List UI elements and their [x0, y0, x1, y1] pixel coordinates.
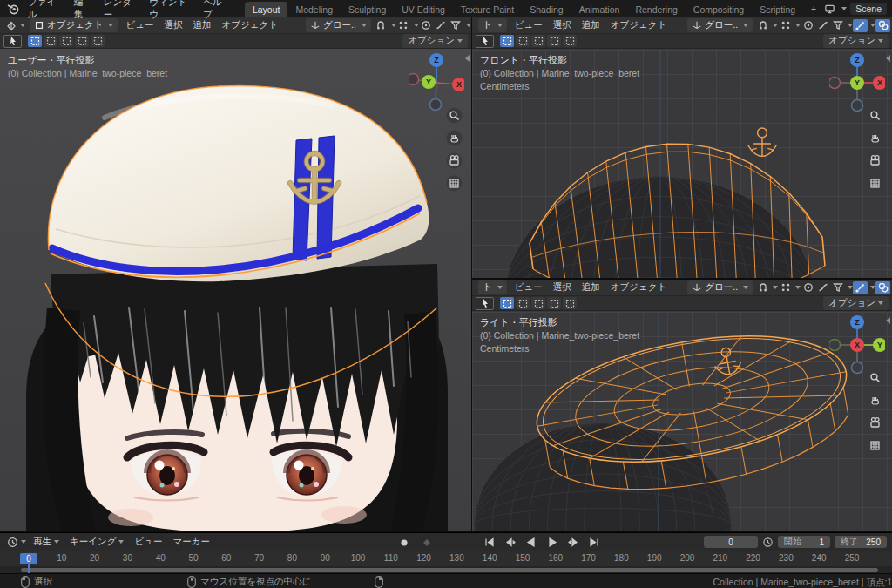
- proportional-edit-icon[interactable]: [801, 281, 815, 294]
- workspace-tab[interactable]: Modeling: [287, 2, 341, 17]
- grid-ortho-icon[interactable]: [867, 175, 883, 192]
- timeline-menu-item[interactable]: 再生: [28, 535, 64, 549]
- gizmo-dots-icon[interactable]: [396, 19, 411, 32]
- show-gizmo-icon[interactable]: [853, 281, 868, 294]
- select-subtract-button[interactable]: [531, 297, 545, 309]
- transform-orientation-dropdown[interactable]: グロー..: [687, 280, 753, 294]
- transform-orientation-dropdown[interactable]: グロー..: [306, 18, 371, 32]
- topbar-menu-item[interactable]: ファイル: [21, 0, 67, 23]
- keying-set-button[interactable]: [416, 536, 437, 549]
- camera-view-icon[interactable]: [446, 152, 463, 169]
- timeline-menu-item[interactable]: ビュー: [129, 535, 167, 549]
- pan-hand-icon[interactable]: [867, 392, 883, 409]
- pan-hand-icon[interactable]: [446, 130, 463, 146]
- select-extend-button[interactable]: [516, 35, 530, 47]
- viewport-3d-content[interactable]: ライト・平行投影 (0) Collection | Marine_two-pie…: [472, 312, 892, 531]
- active-tool-button[interactable]: [476, 297, 494, 310]
- select-invert-button[interactable]: [547, 35, 561, 47]
- viewport-3d-content[interactable]: フロント・平行投影 (0) Collection | Marine_two-pi…: [472, 50, 892, 278]
- show-overlays-icon[interactable]: [875, 19, 890, 32]
- mode-selector-truncated[interactable]: ト: [478, 18, 507, 32]
- camera-view-icon[interactable]: [867, 415, 883, 431]
- timeline-editor-type-button[interactable]: [5, 537, 28, 548]
- gizmo-dots-icon[interactable]: [778, 281, 793, 294]
- jump-to-end-button[interactable]: [584, 536, 605, 549]
- menu-add[interactable]: 追加: [577, 18, 605, 32]
- falloff-curve-icon[interactable]: [815, 19, 830, 32]
- viewport-right[interactable]: ト ビュー 選択 追加 オブジェクト グロー.. オプショ: [472, 280, 892, 531]
- timeline-editor[interactable]: 再生キーイングビューマーカー 0 開始 1: [0, 532, 892, 573]
- timeline-menu-item[interactable]: キーイング: [64, 535, 129, 549]
- menu-object[interactable]: オブジェクト: [605, 280, 672, 294]
- navigation-gizmo[interactable]: ZXY: [829, 53, 885, 112]
- proportional-edit-icon[interactable]: [801, 19, 815, 32]
- select-invert-button[interactable]: [75, 35, 89, 47]
- viewport-user[interactable]: オブジェクト ビュー 選択 追加 オブジェクト グロー..: [0, 17, 471, 531]
- falloff-curve-icon[interactable]: [434, 19, 449, 32]
- camera-view-icon[interactable]: [867, 152, 883, 169]
- gizmo-dots-icon[interactable]: [778, 19, 793, 32]
- workspace-tab[interactable]: Layout: [245, 2, 288, 17]
- select-subtract-button[interactable]: [59, 35, 73, 47]
- select-subtract-button[interactable]: [531, 35, 545, 47]
- select-new-button[interactable]: [500, 297, 514, 309]
- timeline-menu-item[interactable]: マーカー: [167, 535, 215, 549]
- workspace-tab[interactable]: Shading: [522, 2, 571, 17]
- workspace-tab[interactable]: UV Editing: [394, 2, 453, 17]
- timeline-scrollbar[interactable]: [21, 568, 878, 572]
- zoom-icon[interactable]: [867, 107, 883, 124]
- workspace-tab[interactable]: Rendering: [627, 2, 685, 17]
- add-workspace-button[interactable]: +: [803, 1, 824, 17]
- snap-magnet-icon[interactable]: [755, 19, 770, 32]
- sidebar-collapse-arrow[interactable]: [465, 55, 470, 62]
- transform-orientation-dropdown[interactable]: グロー..: [687, 18, 753, 32]
- pan-hand-icon[interactable]: [867, 130, 883, 146]
- record-button[interactable]: [394, 536, 415, 549]
- active-tool-button[interactable]: [3, 35, 22, 48]
- workspace-tab[interactable]: Scripting: [752, 2, 803, 17]
- frame-start-field[interactable]: 開始 1: [778, 536, 830, 548]
- grid-ortho-icon[interactable]: [446, 175, 463, 192]
- menu-select[interactable]: 選択: [548, 280, 577, 294]
- sidebar-collapse-arrow[interactable]: [886, 317, 890, 324]
- workspace-tab[interactable]: Compositing: [686, 2, 752, 17]
- object-visibility-icon[interactable]: [449, 19, 463, 32]
- topbar-menu-item[interactable]: ヘルプ: [196, 0, 234, 23]
- select-new-button[interactable]: [500, 35, 514, 47]
- options-dropdown[interactable]: オプション: [402, 34, 468, 48]
- select-invert-button[interactable]: [547, 297, 561, 309]
- zoom-icon[interactable]: [867, 369, 883, 386]
- navigation-gizmo[interactable]: ZXY: [409, 53, 464, 112]
- select-intersect-button[interactable]: [91, 35, 105, 47]
- show-overlays-icon[interactable]: [875, 281, 890, 294]
- menu-view[interactable]: ビュー: [510, 18, 548, 32]
- jump-to-start-button[interactable]: [479, 536, 500, 549]
- zoom-icon[interactable]: [446, 107, 463, 124]
- show-gizmo-icon[interactable]: [853, 19, 868, 32]
- topbar-menu-item[interactable]: レンダー: [97, 0, 143, 23]
- play-reverse-button[interactable]: [521, 536, 542, 549]
- select-new-button[interactable]: [28, 35, 42, 47]
- topbar-menu-item[interactable]: ウィンドウ: [142, 0, 196, 23]
- select-intersect-button[interactable]: [563, 297, 577, 309]
- options-dropdown[interactable]: オプション: [823, 296, 889, 310]
- workspace-tab[interactable]: Sculpting: [341, 2, 394, 17]
- sidebar-collapse-arrow[interactable]: [886, 55, 890, 62]
- grid-ortho-icon[interactable]: [867, 437, 883, 454]
- select-extend-button[interactable]: [44, 35, 57, 47]
- app-menu-button[interactable]: [5, 3, 21, 15]
- frame-end-field[interactable]: 終了 250: [835, 536, 887, 548]
- menu-add[interactable]: 追加: [577, 280, 605, 294]
- menu-object[interactable]: オブジェクト: [605, 18, 672, 32]
- select-extend-button[interactable]: [516, 297, 530, 309]
- object-visibility-icon[interactable]: [830, 281, 845, 294]
- active-tool-button[interactable]: [476, 35, 494, 48]
- playhead[interactable]: 0: [20, 553, 37, 564]
- options-dropdown[interactable]: オプション: [823, 34, 889, 48]
- scene-dropdown-caret[interactable]: [841, 7, 847, 10]
- workspace-tab[interactable]: Animation: [571, 2, 628, 17]
- mode-selector-truncated[interactable]: ト: [478, 280, 507, 294]
- menu-view[interactable]: ビュー: [510, 280, 548, 294]
- previous-keyframe-button[interactable]: [500, 536, 521, 549]
- proportional-edit-icon[interactable]: [419, 19, 434, 32]
